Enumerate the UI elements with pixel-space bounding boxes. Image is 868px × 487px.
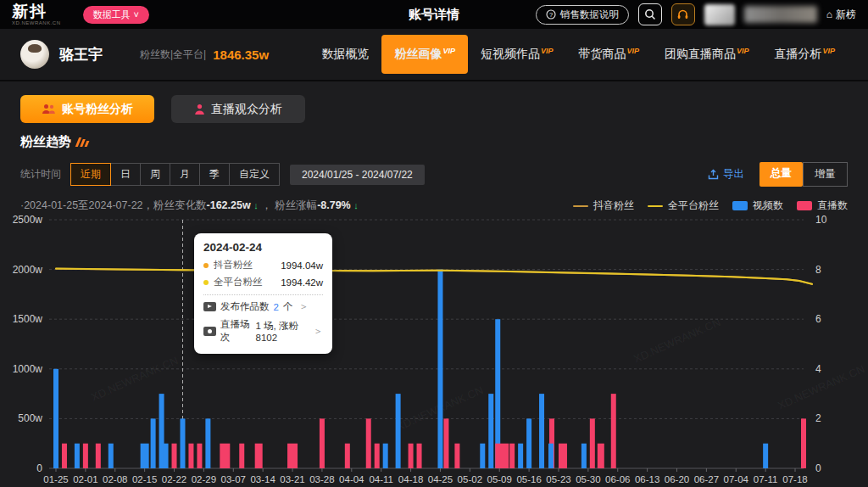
app-logo[interactable]: 新抖 XD.NEWRANK.CN (12, 3, 61, 25)
account-tab-2[interactable]: 短视频作品VIP (468, 35, 566, 74)
live-count-bar[interactable] (611, 394, 616, 468)
live-count-bar[interactable] (239, 444, 244, 468)
video-count-bar[interactable] (108, 444, 114, 468)
x-tick-label: 03-07 (221, 474, 246, 484)
left-axis-label: 1500w (13, 313, 43, 325)
video-count-bar[interactable] (581, 444, 587, 468)
time-filter-日[interactable]: 日 (110, 163, 141, 186)
export-button[interactable]: 导出 (708, 167, 744, 182)
x-tick-label: 05-23 (546, 474, 570, 484)
subtab-account-fans-analysis[interactable]: 账号粉丝分析 (20, 95, 154, 123)
video-count-bar[interactable] (53, 369, 58, 468)
account-tab-3[interactable]: 带货商品VIP (565, 35, 652, 74)
live-count-bar[interactable] (454, 444, 459, 468)
live-count-bar[interactable] (287, 444, 298, 468)
live-count-bar[interactable] (320, 418, 325, 468)
live-count-bar[interactable] (375, 444, 380, 468)
video-count-bar[interactable] (539, 394, 544, 468)
subtab-live-audience-analysis[interactable]: 直播观众分析 (171, 95, 305, 123)
live-count-bar[interactable] (598, 444, 604, 468)
video-count-bar[interactable] (548, 444, 554, 468)
account-avatar[interactable] (20, 40, 49, 69)
tooltip-works-link[interactable]: 发布作品数 2 个 ＞ (203, 300, 323, 313)
video-count-bar[interactable] (141, 444, 149, 468)
video-count-bar[interactable] (75, 444, 80, 468)
account-tab-label: 数据概览 (321, 47, 369, 62)
live-count-bar[interactable] (255, 444, 263, 468)
video-count-bar[interactable] (396, 394, 401, 468)
account-tab-label: 团购直播商品 (665, 47, 736, 62)
summary-rate-label: 粉丝涨幅 (275, 199, 317, 211)
time-filter-近期[interactable]: 近期 (70, 163, 111, 186)
live-count-bar[interactable] (366, 418, 371, 468)
live-count-bar[interactable] (509, 444, 515, 468)
video-count-bar[interactable] (488, 394, 493, 468)
date-range-picker[interactable]: 2024/01/25 - 2024/07/22 (290, 165, 425, 185)
live-count-bar[interactable] (188, 444, 193, 468)
time-filter-月[interactable]: 月 (170, 163, 200, 186)
live-count-bar[interactable] (83, 444, 88, 468)
video-count-bar[interactable] (383, 444, 388, 468)
time-filter-季[interactable]: 季 (199, 163, 230, 186)
chevron-down-icon: ˅ (134, 9, 139, 20)
video-count-bar[interactable] (164, 444, 169, 468)
tooltip-date: 2024-02-24 (203, 241, 323, 254)
account-tab-1[interactable]: 粉丝画像VIP (381, 35, 468, 74)
account-tab-4[interactable]: 团购直播商品VIP (652, 35, 762, 74)
right-axis-label: 0 (815, 462, 821, 474)
decline-arrow-icon: ↓ (253, 200, 259, 210)
data-tools-button[interactable]: 数据工具 ˅ (83, 6, 149, 24)
account-tab-5[interactable]: 直播分析VIP (761, 35, 848, 74)
tooltip-live-link[interactable]: 直播场次 1 场, 涨粉 8102 ＞ (203, 318, 323, 344)
live-count-bar[interactable] (559, 444, 567, 468)
newrank-home-link[interactable]: ⌂ 新榜 (826, 8, 856, 22)
x-tick-label: 04-25 (428, 474, 453, 484)
legend-item-直播数[interactable]: 直播数 (797, 199, 848, 213)
live-count-bar[interactable] (197, 444, 202, 468)
account-tab-label: 粉丝画像 (394, 47, 442, 62)
live-count-bar[interactable] (590, 418, 595, 468)
video-count-bar[interactable] (480, 444, 485, 468)
video-count-bar[interactable] (180, 418, 185, 468)
customer-service-button[interactable] (671, 3, 695, 25)
decline-arrow-icon: ↓ (353, 200, 359, 210)
live-count-bar[interactable] (62, 444, 67, 468)
platform-fans-line[interactable] (56, 269, 812, 284)
live-count-bar[interactable] (417, 444, 422, 468)
legend-item-全平台粉丝[interactable]: 全平台粉丝 (648, 199, 719, 213)
video-count-bar[interactable] (763, 444, 768, 468)
mode-delta-button[interactable]: 增量 (803, 162, 848, 187)
video-camera-icon (203, 302, 216, 311)
live-count-bar[interactable] (801, 418, 806, 468)
account-tab-0[interactable]: 数据概览 (309, 35, 381, 74)
top-bar: 新抖 XD.NEWRANK.CN 数据工具 ˅ 账号详情 ? 销售数据说明 (0, 0, 868, 29)
x-tick-label: 02-22 (162, 474, 186, 484)
video-count-bar[interactable] (526, 418, 531, 468)
time-filter-周[interactable]: 周 (140, 163, 170, 186)
video-count-bar[interactable] (205, 418, 210, 468)
subtab-label: 账号粉丝分析 (62, 102, 133, 117)
live-count-bar[interactable] (409, 444, 414, 468)
video-count-bar[interactable] (151, 418, 156, 468)
search-button[interactable] (638, 3, 662, 25)
live-count-bar[interactable] (220, 444, 230, 468)
section-title: 粉丝趋势 (20, 134, 71, 150)
live-count-bar[interactable] (443, 418, 448, 468)
legend-item-视频数[interactable]: 视频数 (732, 199, 783, 213)
sales-data-info-button[interactable]: ? 销售数据说明 (536, 5, 629, 25)
mode-total-button[interactable]: 总量 (760, 162, 803, 187)
video-count-bar[interactable] (437, 270, 442, 468)
video-count-bar[interactable] (518, 444, 523, 468)
stat-time-label: 统计时间 (20, 167, 61, 182)
x-tick-label: 05-02 (458, 474, 482, 484)
live-count-bar[interactable] (96, 444, 101, 468)
time-filter-自定义[interactable]: 自定义 (229, 163, 280, 186)
summary-change-value: -162.25w (207, 199, 251, 211)
x-tick-label: 07-18 (782, 474, 807, 484)
live-count-bar[interactable] (495, 444, 509, 468)
user-avatar[interactable] (704, 4, 735, 25)
legend-item-抖音粉丝[interactable]: 抖音粉丝 (573, 199, 634, 213)
live-count-bar[interactable] (172, 444, 177, 468)
live-count-bar[interactable] (345, 444, 350, 468)
x-tick-label: 04-04 (339, 474, 364, 484)
